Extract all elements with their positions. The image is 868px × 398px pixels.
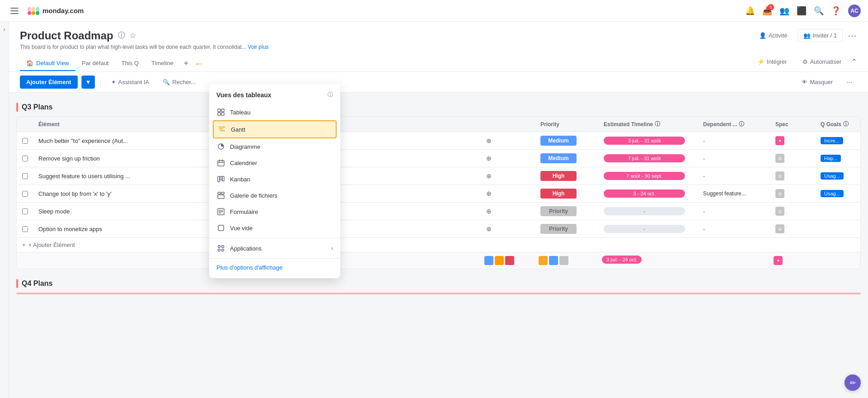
row-priority-2[interactable]: Medium [535,150,598,167]
assistant-ia-button[interactable]: ✦ Assistant IA [106,76,155,89]
tab-default-view[interactable]: 🏠 Default View [20,56,75,71]
integrate-label: Intégrer [767,58,787,65]
row-qgoal-2[interactable]: Hap... [815,150,860,167]
row-spec-3[interactable]: ⊘ [770,167,815,185]
row-priority-5[interactable]: Priority [535,203,598,220]
search-icon[interactable]: 🔍 [814,6,824,16]
more-options-icon[interactable]: ⋯ [847,31,857,41]
apps-icon[interactable]: ⬛ [797,6,807,16]
row-checkbox-1[interactable] [22,138,28,144]
dropdown-item-vue-vide[interactable]: Vue vide [209,220,340,236]
dropdown-item-kanban[interactable]: Kanban [209,171,340,187]
help-icon[interactable]: ❓ [831,6,841,16]
help-float-button[interactable]: ✏ [845,374,861,391]
inbox-icon[interactable]: 📥 5 [762,6,772,16]
row-dependent-6: - [698,220,770,237]
svg-rect-26 [218,195,224,199]
dropdown-footer[interactable]: Plus d'options d'affichage [209,261,340,275]
invite-button[interactable]: 👥 Inviter / 1 [798,29,843,42]
applications-chevron-icon: › [331,245,333,251]
row-dependent-5: - [698,203,770,220]
integrate-button[interactable]: ⚡ Intégrer [752,56,793,68]
add-element-dropdown-button[interactable]: ▼ [81,76,95,89]
add-view-button[interactable]: + [180,57,192,70]
dropdown-divider [209,238,340,238]
row-qgoal-1[interactable]: Incre... [815,132,860,149]
row-spec-2[interactable]: ⊘ [770,150,815,167]
info-circle-icon[interactable]: ⓘ [118,31,125,40]
row-checkbox-4[interactable] [22,191,28,197]
add-row-button[interactable]: + + Ajouter Élément [17,238,860,252]
dropdown-item-gantt[interactable]: Gantt [213,120,337,138]
row-spec-6[interactable]: ⊘ [770,220,815,237]
collapse-icon[interactable]: ⌃ [851,57,857,66]
group-q3: Q3 Plans Élément Priority Estimated Time… [16,100,861,269]
row-timeline-1[interactable]: 3 juil. - 31 août [598,132,698,149]
dropdown-info-icon[interactable]: ⓘ [328,91,333,99]
views-dropdown: Vues des tableaux ⓘ Tableau [209,84,340,278]
table-header: Élément Priority Estimated Timeline ⓘ De… [17,117,860,132]
logo-text: monday.com [42,7,84,14]
activity-button[interactable]: 👤 Activité [754,29,793,42]
automate-button[interactable]: ⚙ Automatiser [797,56,847,68]
monday-logo[interactable]: monday.com [27,5,84,17]
row-qgoal-3[interactable]: Usag... [815,167,860,185]
sidebar-chevron[interactable]: › [4,26,5,33]
sidebar-toggle[interactable] [7,0,22,22]
masquer-button[interactable]: 👁 Masquer [797,76,838,89]
svg-rect-1 [10,10,19,11]
checkbox-4[interactable] [17,185,33,202]
svg-rect-25 [221,192,224,194]
group-q4-title: Q4 Plans [22,280,52,288]
row-checkbox-2[interactable] [22,156,28,161]
tab-par-defaut[interactable]: Par défaut [75,56,115,71]
tab-this-q[interactable]: This Q [115,56,145,71]
dropdown-item-diagramme[interactable]: Diagramme [209,138,340,155]
checkbox-6[interactable] [17,220,33,237]
invite-icon[interactable]: 👥 [779,6,789,16]
dropdown-title: Vues des tableaux [216,91,272,99]
row-priority-4[interactable]: High [535,185,598,202]
add-element-button[interactable]: Ajouter Élément [20,76,78,89]
tab-timeline[interactable]: Timeline [145,56,180,71]
star-icon[interactable]: ☆ [130,31,136,40]
row-timeline-4[interactable]: 3 - 24 oct. [598,185,698,202]
tab-par-defaut-label: Par défaut [82,60,109,66]
row-priority-6[interactable]: Priority [535,220,598,237]
row-priority-3[interactable]: High [535,167,598,185]
automate-label: Automatiser [810,58,841,65]
bell-icon[interactable]: 🔔 [745,6,755,16]
checkbox-2[interactable] [17,150,33,167]
tableau-label: Tableau [230,109,333,116]
dropdown-item-tableau[interactable]: Tableau [209,104,340,120]
row-spec-5[interactable]: ⊘ [770,203,815,220]
row-checkbox-6[interactable] [22,226,28,232]
calendrier-label: Calendrier [230,160,333,166]
top-navigation: monday.com 🔔 📥 5 👥 ⬛ 🔍 ❓ AC [0,0,868,22]
row-timeline-3[interactable]: 7 août - 30 sept. [598,167,698,185]
more-toolbar-button[interactable]: ⋯ [841,76,857,89]
qgoals-info-icon[interactable]: ⓘ [843,120,849,128]
dropdown-item-calendrier[interactable]: Calendrier [209,155,340,171]
checkbox-5[interactable] [17,203,33,220]
avatar[interactable]: AC [848,5,861,17]
row-priority-1[interactable]: Medium [535,132,598,149]
row-dependent-4: Suggest feature... [698,185,770,202]
row-checkbox-5[interactable] [22,208,28,214]
row-spec-1[interactable]: ✦ [770,132,815,149]
row-qgoal-4[interactable]: Usag... [815,185,860,202]
search-button[interactable]: 🔍 Recher... [158,76,201,89]
checkbox-3[interactable] [17,167,33,185]
timeline-info-icon[interactable]: ⓘ [655,120,660,128]
dependent-info-icon[interactable]: ⓘ [739,120,744,128]
row-spec-4[interactable]: ⊘ [770,185,815,202]
dropdown-item-galerie[interactable]: Galerie de fichiers [209,187,340,204]
dropdown-item-applications[interactable]: Applications › [209,240,340,256]
see-more-link[interactable]: Voir plus [248,44,268,50]
row-timeline-2[interactable]: 7 juil. - 31 août [598,150,698,167]
priority-column-header: Priority [535,117,598,132]
row-checkbox-3[interactable] [22,173,28,179]
applications-label: Applications [230,245,327,252]
dropdown-item-formulaire[interactable]: Formulaire [209,204,340,220]
checkbox-1[interactable] [17,132,33,149]
